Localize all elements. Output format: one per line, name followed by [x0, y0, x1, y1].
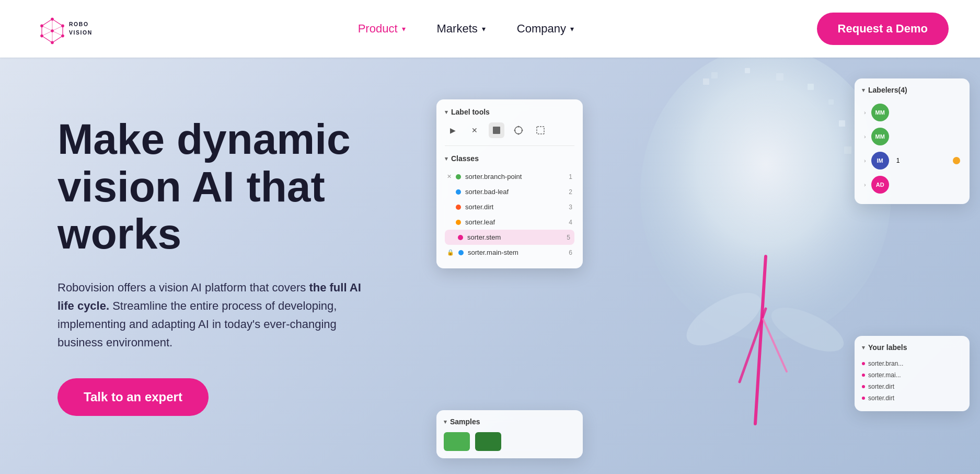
class-color-dot	[458, 250, 464, 255]
svg-text:ROBO: ROBO	[69, 21, 89, 27]
class-color-dot	[456, 220, 461, 225]
class-item[interactable]: ✕ sorter.branch-point 1	[445, 169, 574, 184]
svg-point-18	[640, 58, 891, 340]
classes-section: ▾ Classes ✕ sorter.branch-point 1 ✕ sort…	[445, 154, 574, 260]
close-tool[interactable]: ✕	[467, 122, 482, 138]
chevron-right-icon: ›	[864, 109, 866, 116]
chevron-down-icon: ▾	[482, 25, 486, 33]
sample-chip[interactable]	[444, 432, 470, 451]
class-item-selected[interactable]: ✕ sorter.stem 5	[445, 230, 574, 245]
label-dot	[862, 374, 865, 377]
class-color-dot	[456, 174, 461, 179]
label-item: sorter.dirt	[862, 381, 962, 392]
chevron-down-icon: ▾	[445, 109, 448, 116]
labelers-title: ▾ Labelers(4)	[862, 86, 962, 94]
bbox-tool[interactable]	[533, 122, 548, 138]
svg-point-13	[40, 35, 43, 38]
svg-point-37	[514, 130, 516, 131]
polygon-tool[interactable]	[511, 122, 526, 138]
svg-rect-23	[808, 84, 814, 90]
class-item[interactable]: ✕ sorter.dirt 3	[445, 199, 574, 215]
label-item: sorter.dirt	[862, 392, 962, 404]
chevron-right-icon: ›	[864, 133, 866, 140]
sample-chip[interactable]	[475, 432, 501, 451]
label-dot	[862, 362, 865, 365]
svg-rect-26	[844, 146, 851, 154]
label-tools-icons: ▶ ✕	[445, 122, 574, 146]
svg-rect-22	[776, 73, 783, 81]
label-dot	[862, 385, 865, 388]
avatar: IM	[871, 152, 889, 170]
svg-rect-21	[745, 68, 750, 73]
avatar: MM	[871, 104, 889, 121]
logo[interactable]: ROBO VISION	[31, 8, 115, 50]
svg-rect-24	[828, 99, 834, 105]
avatar: AD	[871, 176, 889, 194]
hero-title: Make dynamic vision AI that works	[57, 116, 376, 257]
chevron-down-icon: ▾	[445, 155, 448, 162]
your-labels-panel: ▾ Your labels sorter.bran... sorter.mai.…	[855, 336, 970, 411]
navbar: ROBO VISION Product ▾ Markets ▾ Company …	[0, 0, 980, 58]
your-labels-title: ▾ Your labels	[862, 343, 962, 352]
labeler-item[interactable]: › AD	[862, 173, 962, 197]
svg-point-9	[51, 18, 54, 21]
svg-point-36	[518, 133, 520, 135]
nav-item-product[interactable]: Product ▾	[358, 22, 406, 36]
sample-chips	[444, 432, 575, 451]
svg-rect-19	[703, 78, 709, 85]
chevron-right-icon: ›	[864, 182, 866, 188]
svg-line-0	[52, 19, 63, 26]
svg-point-12	[51, 41, 54, 44]
svg-rect-25	[839, 120, 845, 127]
talk-to-expert-button[interactable]: Talk to an expert	[57, 378, 209, 416]
hero-content: Make dynamic vision AI that works Robovi…	[0, 116, 376, 415]
label-item: sorter.mai...	[862, 369, 962, 381]
svg-point-15	[51, 29, 54, 32]
classes-title: ▾ Classes	[445, 154, 574, 163]
class-color-dot	[458, 235, 463, 240]
chevron-down-icon: ▾	[402, 25, 406, 33]
class-item[interactable]: 🔒 sorter.main-stem 6	[445, 245, 574, 260]
svg-point-34	[518, 126, 520, 128]
svg-point-33	[515, 127, 522, 134]
nav-item-markets[interactable]: Markets ▾	[437, 22, 486, 36]
hero-visual: ▾ Label tools ▶ ✕ ▾ Classes	[405, 58, 980, 474]
rectangle-tool[interactable]	[489, 122, 504, 138]
nav-item-company[interactable]: Company ▾	[517, 22, 574, 36]
svg-line-3	[42, 36, 52, 43]
svg-rect-20	[711, 72, 718, 78]
class-color-dot	[456, 205, 461, 210]
chevron-down-icon: ▾	[570, 25, 574, 33]
svg-rect-32	[493, 127, 500, 134]
class-color-dot	[456, 189, 461, 195]
class-item[interactable]: ✕ sorter.bad-leaf 2	[445, 184, 574, 199]
labelers-panel: ▾ Labelers(4) › MM › MM › IM 1 › AD	[855, 78, 970, 204]
samples-title: ▾ Samples	[444, 417, 575, 426]
class-item[interactable]: ✕ sorter.leaf 4	[445, 215, 574, 230]
chevron-down-icon: ▾	[444, 419, 447, 425]
notification-badge	[953, 157, 960, 164]
request-demo-button[interactable]: Request a Demo	[817, 13, 949, 45]
hero-section: Make dynamic vision AI that works Robovi…	[0, 58, 980, 474]
svg-text:VISION: VISION	[69, 30, 93, 36]
svg-point-11	[61, 35, 64, 38]
svg-line-5	[42, 19, 52, 26]
chevron-down-icon: ▾	[862, 87, 865, 94]
nav-links: Product ▾ Markets ▾ Company ▾	[358, 22, 574, 36]
svg-point-10	[61, 25, 64, 28]
pointer-tool[interactable]: ▶	[445, 122, 460, 138]
label-item: sorter.bran...	[862, 358, 962, 369]
labeler-item[interactable]: › MM	[862, 125, 962, 149]
svg-line-2	[52, 36, 63, 43]
avatar: MM	[871, 128, 889, 145]
hero-description: Robovision offers a vision AI platform t…	[57, 278, 376, 352]
samples-panel: ▾ Samples	[436, 410, 583, 458]
svg-rect-38	[537, 127, 544, 134]
chevron-down-icon: ▾	[862, 344, 865, 351]
label-tools-panel: ▾ Label tools ▶ ✕ ▾ Classes	[436, 99, 583, 268]
labeler-item[interactable]: › MM	[862, 100, 962, 125]
label-tools-title: ▾ Label tools	[445, 108, 574, 116]
labeler-item[interactable]: › IM 1	[862, 149, 962, 173]
svg-point-14	[40, 25, 43, 28]
label-dot	[862, 397, 865, 400]
